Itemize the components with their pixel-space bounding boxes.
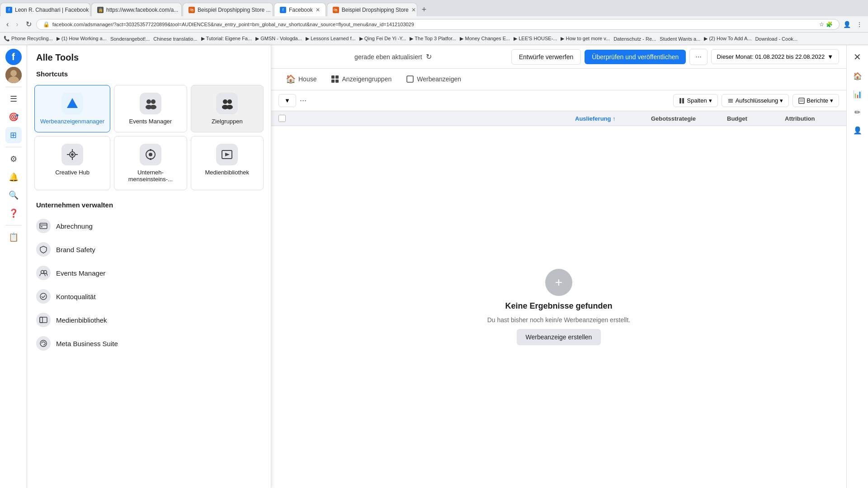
tab-favicon-4: f <box>280 7 286 13</box>
bookmark-12[interactable]: ▶ How to get more v... <box>561 36 610 42</box>
tab-4[interactable]: f Facebook ✕ <box>274 3 326 16</box>
sidebar-menu-icon[interactable]: ☰ <box>5 91 22 107</box>
brand-safety-icon <box>36 242 51 257</box>
tab-2[interactable]: 🔒 https://www.facebook.com/a... ✕ <box>91 3 182 16</box>
bookmark-1[interactable]: 📞 Phone Recycling... <box>4 36 53 42</box>
svg-rect-24 <box>40 223 47 229</box>
bookmark-5[interactable]: ▶ Tutorial: Eigene Fa... <box>201 36 252 42</box>
empty-subtitle: Du hast bisher noch kein/e Werbeanzeigen… <box>487 316 630 324</box>
date-filter[interactable]: Dieser Monat: 01.08.2022 bis 22.08.2022 … <box>711 49 839 64</box>
address-bar[interactable]: 🔒 facebook.com/adsmanager/?act=303253577… <box>36 19 840 30</box>
publish-button[interactable]: Überprüfen und veröffentlichen <box>585 50 686 64</box>
star-icon[interactable]: ☆ <box>819 21 824 28</box>
tab-1[interactable]: f Leon R. Chaudhari | Facebook ✕ <box>0 3 90 16</box>
svg-point-8 <box>223 99 227 104</box>
brand-safety-label: Brand Safety <box>56 246 95 253</box>
create-ad-button[interactable]: Werbeanzeige erstellen <box>517 329 601 345</box>
fb-logo: f <box>5 49 22 65</box>
events-manager-menu-icon <box>36 266 51 280</box>
svg-point-4 <box>146 99 151 104</box>
tab-favicon-2: 🔒 <box>97 7 104 13</box>
bookmark-7[interactable]: ▶ Lessons Learned f... <box>306 36 356 42</box>
menu-events-manager[interactable]: Events Manager <box>27 261 271 285</box>
filter-button[interactable]: ▼ <box>278 94 296 107</box>
breakdown-button[interactable]: Aufschlüsselung ▾ <box>722 94 789 107</box>
bookmark-9[interactable]: ▶ The Top 3 Platfor... <box>410 36 456 42</box>
right-panel-home-icon[interactable]: 🏠 <box>850 69 865 83</box>
bookmark-15[interactable]: ▶ (2) How To Add A... <box>704 36 751 42</box>
tab-anzeigengruppen[interactable]: Anzeigengruppen <box>324 69 399 90</box>
shortcut-ads-manager[interactable]: Werbeanzeigenmanager <box>34 85 110 132</box>
bookmark-3[interactable]: Sonderangebot!... <box>110 36 150 42</box>
bookmark-10[interactable]: ▶ Money Changes E... <box>460 36 510 42</box>
shortcut-media-library[interactable]: Medienbibliothek <box>191 136 264 190</box>
tab-house[interactable]: 🏠 House <box>278 69 324 90</box>
more-options-button[interactable]: ··· <box>300 96 307 105</box>
sidebar-search-icon[interactable]: 🔍 <box>5 187 22 203</box>
reload-button[interactable]: ↻ <box>23 18 34 30</box>
sidebar-settings-icon[interactable]: ⚙ <box>5 151 22 167</box>
back-button[interactable]: ‹ <box>4 19 11 30</box>
close-panel-button[interactable]: ✕ <box>849 49 866 65</box>
abrechnung-icon <box>36 219 51 233</box>
panel-title: Alle Tools <box>27 45 271 66</box>
bookmark-6[interactable]: ▶ GMSN - Vologda... <box>255 36 302 42</box>
menu-meta-business-suite[interactable]: Meta Business Suite <box>27 332 271 355</box>
svg-point-5 <box>151 99 156 104</box>
shortcut-zielgruppen[interactable]: Zielgruppen <box>191 85 264 132</box>
browser-menu-icon[interactable]: ⋮ <box>854 20 864 29</box>
sidebar-reports-icon[interactable]: 📋 <box>5 229 22 245</box>
refresh-button[interactable]: ↻ <box>426 52 432 61</box>
forward-button[interactable]: › <box>13 19 21 30</box>
svg-point-9 <box>227 99 232 104</box>
bookmark-16[interactable]: Download - Cook... <box>755 36 797 42</box>
user-avatar[interactable] <box>5 67 22 83</box>
bookmark-2[interactable]: ▶ (1) How Working a... <box>57 36 107 42</box>
sidebar-bell-icon[interactable]: 🔔 <box>5 169 22 185</box>
shortcut-business-settings[interactable]: Unterneh-menseinsteins-... <box>114 136 187 190</box>
sidebar-grid-icon[interactable]: ⊞ <box>5 127 22 143</box>
svg-rect-35 <box>331 80 335 83</box>
discard-button[interactable]: Entwürfe verwerfen <box>511 49 581 65</box>
shortcut-events-manager[interactable]: Events Manager <box>114 85 187 132</box>
right-panel-edit-icon[interactable]: ✏ <box>850 105 865 119</box>
bookmark-11[interactable]: ▶ LEE'S HOUSE-... <box>514 36 557 42</box>
top-bar: gerade eben aktualisiert ↻ Entwürfe verw… <box>271 45 846 69</box>
top-bar-center: gerade eben aktualisiert ↻ <box>278 52 508 61</box>
select-all-checkbox[interactable] <box>278 115 286 122</box>
shortcuts-section-title: Shortcuts <box>27 66 271 81</box>
menu-brand-safety[interactable]: Brand Safety <box>27 238 271 261</box>
menu-medienbibliothek[interactable]: Medienbibliothek <box>27 308 271 332</box>
table-header: Auslieferung ↑ Gebotsstrategie Budget At… <box>271 111 846 126</box>
tab-favicon-1: f <box>6 7 12 13</box>
tab-werbeanzeigen-label: Werbeanzeigen <box>417 75 461 83</box>
profile-icon[interactable]: 👤 <box>841 20 853 29</box>
new-tab-button[interactable]: + <box>418 5 430 14</box>
tab-5[interactable]: 🛍 Beispiel Dropshipping Store ✕ <box>327 3 417 16</box>
tab-close-2[interactable]: ✕ <box>181 7 182 13</box>
right-panel-person-icon[interactable]: 👤 <box>850 123 865 137</box>
sidebar-help-icon[interactable]: ❓ <box>5 205 22 221</box>
tab-label-3: Beispiel Dropshipping Store ... <box>198 7 270 13</box>
sidebar-target-icon[interactable]: 🎯 <box>5 109 22 125</box>
more-button[interactable]: ··· <box>689 49 707 65</box>
bookmark-4[interactable]: Chinese translatio... <box>153 36 197 42</box>
menu-kontoqualitaet[interactable]: Kontoqualität <box>27 285 271 308</box>
svg-marker-3 <box>67 98 78 108</box>
shortcut-creative-hub[interactable]: Creative Hub <box>34 136 110 190</box>
date-filter-chevron: ▼ <box>827 53 833 60</box>
bookmark-14[interactable]: Student Wants a... <box>660 36 700 42</box>
col-delivery-header[interactable]: Auslieferung ↑ <box>575 115 647 122</box>
extension-icon[interactable]: 🧩 <box>826 21 833 28</box>
tab-close-4[interactable]: ✕ <box>316 7 320 13</box>
reports-button[interactable]: Berichte ▾ <box>793 94 839 107</box>
svg-rect-37 <box>407 76 413 82</box>
tab-3[interactable]: 🛍 Beispiel Dropshipping Store ... ✕ <box>183 3 273 16</box>
tab-close-5[interactable]: ✕ <box>411 7 416 13</box>
columns-button[interactable]: Spalten ▾ <box>673 94 718 107</box>
right-panel-chart-icon[interactable]: 📊 <box>850 87 865 101</box>
bookmark-8[interactable]: ▶ Qing Fei De Yi -Y... <box>359 36 406 42</box>
menu-abrechnung[interactable]: Abrechnung <box>27 214 271 238</box>
bookmark-13[interactable]: Datenschutz - Re... <box>613 36 656 42</box>
tab-werbeanzeigen[interactable]: Werbeanzeigen <box>399 69 468 90</box>
